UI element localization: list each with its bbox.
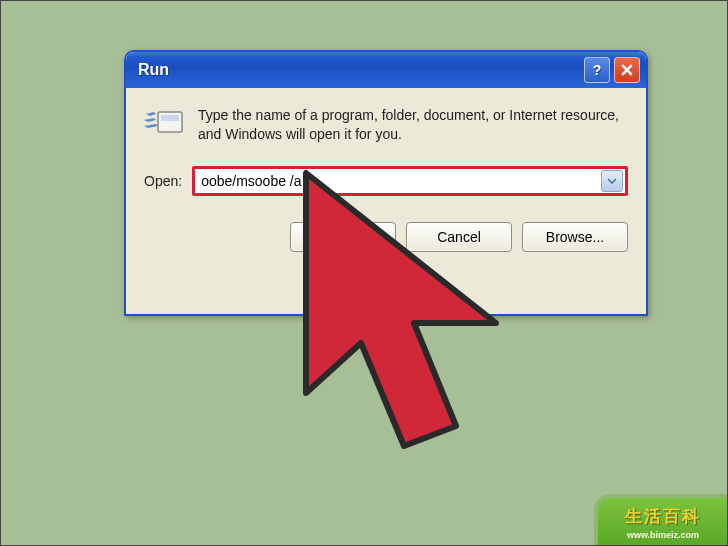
browse-button[interactable]: Browse... [522, 222, 628, 252]
open-input[interactable] [195, 170, 601, 192]
chevron-down-icon [607, 178, 617, 184]
open-label: Open: [144, 173, 182, 189]
ok-button[interactable]: OK [290, 222, 396, 252]
watermark: 生活百科 www.bimeiz.com [598, 498, 728, 546]
close-button[interactable] [614, 57, 640, 83]
run-dialog: Run ? Type the name of a program, folder… [124, 50, 648, 316]
help-icon: ? [593, 62, 602, 78]
info-text: Type the name of a program, folder, docu… [198, 106, 628, 144]
window-title: Run [138, 61, 584, 79]
dropdown-arrow-button[interactable] [601, 170, 623, 192]
watermark-url: www.bimeiz.com [627, 530, 699, 540]
cancel-button[interactable]: Cancel [406, 222, 512, 252]
run-program-icon [144, 108, 184, 142]
svg-rect-1 [161, 115, 179, 121]
title-bar: Run ? [126, 52, 646, 88]
open-combobox[interactable] [192, 166, 628, 196]
close-icon [621, 64, 633, 76]
help-button[interactable]: ? [584, 57, 610, 83]
watermark-title: 生活百科 [625, 505, 701, 528]
